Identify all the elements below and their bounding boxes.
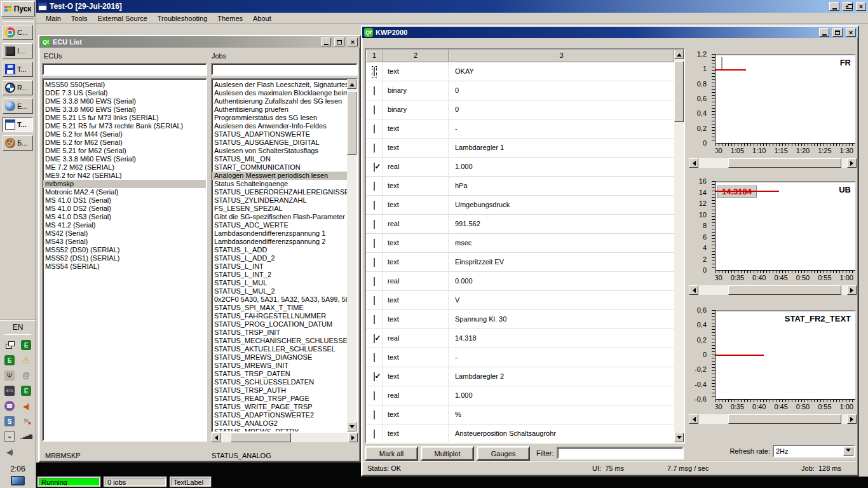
list-item[interactable]: START_COMMUNICATION	[212, 163, 347, 172]
kwp-vertical-scrollbar[interactable]	[674, 50, 684, 442]
scrollbar-thumb[interactable]	[728, 414, 841, 424]
list-item[interactable]: STATUS_TRSP_DATEN	[212, 370, 347, 378]
taskbar-app[interactable]: T...	[3, 117, 33, 132]
list-item[interactable]: STATUS_MECHANISCHER_SCHLUESSELCODE	[212, 337, 347, 345]
list-item[interactable]: STATUS_MREWS_INIT	[212, 362, 347, 370]
table-row[interactable]: textAnsteuerposition Schaltsaugrohr	[366, 424, 674, 442]
taskbar-app[interactable]: T...	[3, 62, 33, 77]
chart-horizontal-scrollbar[interactable]	[689, 414, 857, 424]
kwp-minimize-button[interactable]	[819, 28, 829, 37]
list-item[interactable]: MSS54 (SERIAL)	[43, 262, 206, 271]
table-row[interactable]: binary0	[366, 100, 674, 119]
scroll-down-icon[interactable]	[347, 422, 356, 431]
table-row[interactable]: text%	[366, 405, 674, 424]
checkbox-unchecked[interactable]	[374, 144, 375, 152]
scroll-down-icon[interactable]	[674, 433, 684, 442]
checkbox-unchecked[interactable]	[374, 258, 375, 267]
list-item[interactable]: STATUS_ANALOG2	[212, 419, 347, 428]
list-item[interactable]: MSS52 (DS1) (SERIAL)	[43, 254, 206, 262]
ecu-maximize-button[interactable]	[334, 37, 344, 46]
minimize-button[interactable]	[829, 2, 839, 11]
scroll-up-icon[interactable]	[674, 50, 684, 59]
list-item[interactable]: DDE 7.3 US (Serial)	[43, 89, 206, 97]
table-row[interactable]: textSpannung Kl. 30	[366, 310, 674, 329]
table-row[interactable]: textUmgebungsdruck	[366, 196, 674, 215]
scroll-left-icon[interactable]	[689, 414, 698, 424]
close-button[interactable]: ×	[856, 2, 866, 11]
list-item[interactable]: Auslesen des Anwender-Info-Feldes	[212, 122, 347, 130]
jobs-filter-input[interactable]	[211, 63, 358, 76]
signal-bars-icon[interactable]	[21, 431, 31, 442]
table-row[interactable]: text-	[366, 119, 674, 139]
list-item[interactable]: ME9.2 for N42 (SERIAL)	[43, 172, 206, 180]
list-item[interactable]: STATUS_SCHLUESSELDATEN	[212, 378, 347, 386]
start-button[interactable]: Пуск	[1, 1, 35, 17]
list-item[interactable]: STATUS_ADAPTIONSWERTE2	[212, 411, 347, 419]
checkbox-unchecked[interactable]	[374, 296, 375, 305]
list-item[interactable]: MS 41.0 DS2 (Serial)	[43, 205, 206, 213]
window-switcher-icon[interactable]	[4, 340, 15, 350]
column-header-1[interactable]: 1	[366, 50, 383, 62]
checkbox-unchecked[interactable]	[374, 410, 375, 419]
list-item[interactable]: STATUS_ADC_WERTE	[212, 221, 347, 229]
e-money-icon[interactable]	[4, 355, 15, 365]
scroll-up-icon[interactable]	[347, 79, 356, 89]
chevron-down-icon[interactable]	[843, 447, 853, 456]
table-row[interactable]: real991.562	[366, 215, 674, 234]
restore-button[interactable]	[843, 2, 853, 11]
scroll-left-icon[interactable]	[689, 158, 698, 168]
table-row[interactable]: textLambdaregler 1	[366, 139, 674, 158]
kwp-maximize-button[interactable]	[832, 28, 843, 37]
list-item[interactable]: STATUS_L_INT_2	[212, 271, 347, 279]
taskbar-app[interactable]: Б...	[3, 135, 33, 151]
list-item[interactable]: Authentisierung Zufallszahl des SG lesen	[212, 97, 347, 105]
checkbox-unchecked[interactable]	[374, 201, 375, 210]
list-item[interactable]: Analogen Messwert periodisch lesen	[212, 172, 347, 180]
list-item[interactable]: Authentisierung pruefen	[212, 105, 347, 114]
list-item[interactable]: DME 5.2 for M62 (Serial)	[43, 139, 206, 147]
list-item[interactable]: DME 5.21 for M62 (Serial)	[43, 147, 206, 155]
chart-horizontal-scrollbar[interactable]	[689, 285, 857, 295]
list-item[interactable]: STATUS_L_MUL_2	[212, 287, 347, 295]
checkbox-unchecked[interactable]	[374, 105, 375, 114]
scrollbar-thumb[interactable]	[728, 158, 841, 168]
scrollbar-thumb[interactable]	[728, 285, 841, 295]
checkbox-unchecked[interactable]	[374, 125, 375, 133]
list-item[interactable]: STATUS_AUSGAENGE_DIGITAL	[212, 139, 347, 147]
remote-pc-icon[interactable]	[4, 416, 15, 426]
menu-external-source[interactable]: External Source	[93, 13, 152, 24]
checkbox-checked[interactable]	[374, 372, 375, 381]
scroll-left-icon[interactable]	[689, 285, 698, 295]
menu-tools[interactable]: Tools	[67, 13, 92, 24]
list-item[interactable]: mrbmskp	[43, 180, 206, 188]
monitor-icon[interactable]	[11, 476, 25, 485]
list-item[interactable]: MS43 (Serial)	[43, 238, 206, 246]
taskbar-app[interactable]: C...	[3, 25, 33, 40]
radio-icon[interactable]	[4, 370, 15, 381]
list-item[interactable]: STATUS_FAHRGESTELLNUMMER	[212, 312, 347, 320]
table-row[interactable]: real1.000	[366, 386, 674, 405]
checkbox-checked[interactable]	[374, 334, 375, 343]
refresh-rate-select[interactable]: 2Hz	[773, 445, 855, 458]
list-item[interactable]: Auslesen von SchalterStatusflags	[212, 147, 347, 155]
table-row[interactable]: real1.000	[366, 158, 674, 177]
e-money-icon[interactable]	[21, 386, 31, 396]
list-item[interactable]: STATUS_MIL_ON	[212, 155, 347, 163]
scroll-right-icon[interactable]	[847, 414, 857, 424]
checkbox-unchecked[interactable]	[374, 86, 375, 95]
list-item[interactable]: Programmierstatus des SG lesen	[212, 114, 347, 122]
list-item[interactable]: STATUS_L_ADD_2	[212, 254, 347, 262]
list-item[interactable]: DME 3.3.8 M60 EWS (Serial)	[43, 97, 206, 105]
list-item[interactable]: STATUS_TRSP_AUTH	[212, 386, 347, 395]
list-item[interactable]: STATUS_TRSP_INIT	[212, 329, 347, 337]
list-item[interactable]: Lambdasondendifferenzspannung 1	[212, 229, 347, 238]
list-item[interactable]: ME 7.2 M62 (SERIAL)	[43, 163, 206, 172]
plug-icon[interactable]	[4, 431, 15, 442]
list-item[interactable]: STATUS_MREWS_DIAGNOSE	[212, 353, 347, 362]
table-row[interactable]: real0.000	[366, 272, 674, 291]
viber-icon[interactable]	[4, 401, 15, 411]
list-item[interactable]: Auslesen des maximalen Blocklaenge beim …	[212, 89, 347, 97]
list-item[interactable]: Status Schalteingaenge	[212, 180, 347, 188]
checkbox-unchecked[interactable]	[374, 220, 375, 229]
list-item[interactable]: STATUS_L_INT	[212, 262, 347, 271]
